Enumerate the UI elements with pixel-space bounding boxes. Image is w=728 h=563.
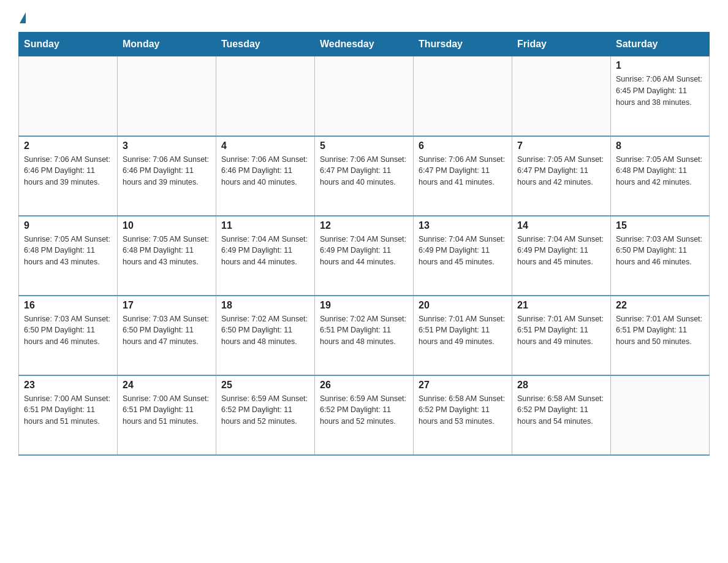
calendar-cell — [414, 56, 512, 136]
day-number: 10 — [123, 220, 211, 231]
calendar-week-row: 16Sunrise: 7:03 AM Sunset: 6:50 PM Dayli… — [19, 296, 710, 375]
day-info: Sunrise: 7:06 AM Sunset: 6:46 PM Dayligh… — [221, 154, 309, 188]
day-number: 15 — [616, 220, 704, 231]
calendar-cell: 13Sunrise: 7:04 AM Sunset: 6:49 PM Dayli… — [414, 216, 512, 296]
day-number: 20 — [419, 300, 507, 311]
calendar-cell: 10Sunrise: 7:05 AM Sunset: 6:48 PM Dayli… — [118, 216, 216, 296]
calendar-cell — [315, 56, 414, 136]
day-number: 14 — [517, 220, 605, 231]
calendar-cell: 21Sunrise: 7:01 AM Sunset: 6:51 PM Dayli… — [512, 296, 611, 375]
day-info: Sunrise: 7:04 AM Sunset: 6:49 PM Dayligh… — [320, 234, 408, 268]
calendar-cell: 12Sunrise: 7:04 AM Sunset: 6:49 PM Dayli… — [315, 216, 414, 296]
calendar-cell — [611, 375, 710, 455]
day-number: 27 — [419, 380, 507, 391]
calendar-week-row: 1Sunrise: 7:06 AM Sunset: 6:45 PM Daylig… — [19, 56, 710, 136]
day-number: 13 — [419, 220, 507, 231]
day-info: Sunrise: 7:05 AM Sunset: 6:47 PM Dayligh… — [517, 154, 605, 188]
calendar-cell: 17Sunrise: 7:03 AM Sunset: 6:50 PM Dayli… — [118, 296, 216, 375]
day-number: 26 — [320, 380, 408, 391]
day-info: Sunrise: 7:04 AM Sunset: 6:49 PM Dayligh… — [419, 234, 507, 268]
calendar-cell: 23Sunrise: 7:00 AM Sunset: 6:51 PM Dayli… — [19, 375, 118, 455]
calendar-cell: 5Sunrise: 7:06 AM Sunset: 6:47 PM Daylig… — [315, 136, 414, 216]
day-info: Sunrise: 7:06 AM Sunset: 6:47 PM Dayligh… — [419, 154, 507, 188]
calendar-cell: 22Sunrise: 7:01 AM Sunset: 6:51 PM Dayli… — [611, 296, 710, 375]
day-info: Sunrise: 6:59 AM Sunset: 6:52 PM Dayligh… — [221, 393, 309, 427]
day-info: Sunrise: 7:06 AM Sunset: 6:46 PM Dayligh… — [24, 154, 112, 188]
calendar-body: 1Sunrise: 7:06 AM Sunset: 6:45 PM Daylig… — [19, 56, 710, 455]
days-of-week-row: SundayMondayTuesdayWednesdayThursdayFrid… — [19, 33, 710, 56]
day-info: Sunrise: 7:06 AM Sunset: 6:47 PM Dayligh… — [320, 154, 408, 188]
calendar-cell: 8Sunrise: 7:05 AM Sunset: 6:48 PM Daylig… — [611, 136, 710, 216]
day-number: 7 — [517, 140, 605, 151]
calendar-cell: 25Sunrise: 6:59 AM Sunset: 6:52 PM Dayli… — [216, 375, 315, 455]
day-info: Sunrise: 7:03 AM Sunset: 6:50 PM Dayligh… — [123, 313, 211, 348]
calendar-cell: 26Sunrise: 6:59 AM Sunset: 6:52 PM Dayli… — [315, 375, 414, 455]
day-info: Sunrise: 7:06 AM Sunset: 6:45 PM Dayligh… — [616, 74, 704, 108]
calendar-cell: 9Sunrise: 7:05 AM Sunset: 6:48 PM Daylig… — [19, 216, 118, 296]
day-info: Sunrise: 7:02 AM Sunset: 6:50 PM Dayligh… — [221, 313, 309, 348]
day-number: 25 — [221, 380, 309, 391]
day-of-week-header: Monday — [118, 33, 216, 56]
calendar-week-row: 23Sunrise: 7:00 AM Sunset: 6:51 PM Dayli… — [19, 375, 710, 455]
day-info: Sunrise: 7:02 AM Sunset: 6:51 PM Dayligh… — [320, 313, 408, 348]
calendar-cell — [216, 56, 315, 136]
calendar-cell: 24Sunrise: 7:00 AM Sunset: 6:51 PM Dayli… — [118, 375, 216, 455]
day-of-week-header: Wednesday — [315, 33, 414, 56]
day-number: 4 — [221, 140, 309, 151]
day-of-week-header: Sunday — [19, 33, 118, 56]
calendar-week-row: 9Sunrise: 7:05 AM Sunset: 6:48 PM Daylig… — [19, 216, 710, 296]
calendar-week-row: 2Sunrise: 7:06 AM Sunset: 6:46 PM Daylig… — [19, 136, 710, 216]
day-of-week-header: Tuesday — [216, 33, 315, 56]
day-info: Sunrise: 7:01 AM Sunset: 6:51 PM Dayligh… — [419, 313, 507, 348]
day-number: 11 — [221, 220, 309, 231]
day-info: Sunrise: 7:03 AM Sunset: 6:50 PM Dayligh… — [24, 313, 112, 348]
day-info: Sunrise: 7:01 AM Sunset: 6:51 PM Dayligh… — [616, 313, 704, 348]
logo-triangle-icon — [20, 12, 26, 23]
calendar-cell: 4Sunrise: 7:06 AM Sunset: 6:46 PM Daylig… — [216, 136, 315, 216]
calendar-cell: 20Sunrise: 7:01 AM Sunset: 6:51 PM Dayli… — [414, 296, 512, 375]
calendar-cell: 7Sunrise: 7:05 AM Sunset: 6:47 PM Daylig… — [512, 136, 611, 216]
calendar-cell: 6Sunrise: 7:06 AM Sunset: 6:47 PM Daylig… — [414, 136, 512, 216]
calendar-cell: 1Sunrise: 7:06 AM Sunset: 6:45 PM Daylig… — [611, 56, 710, 136]
day-number: 16 — [24, 300, 112, 311]
day-number: 12 — [320, 220, 408, 231]
day-of-week-header: Friday — [512, 33, 611, 56]
day-number: 6 — [419, 140, 507, 151]
day-info: Sunrise: 7:06 AM Sunset: 6:46 PM Dayligh… — [123, 154, 211, 188]
day-info: Sunrise: 7:05 AM Sunset: 6:48 PM Dayligh… — [24, 234, 112, 268]
day-info: Sunrise: 7:05 AM Sunset: 6:48 PM Dayligh… — [123, 234, 211, 268]
calendar-cell: 27Sunrise: 6:58 AM Sunset: 6:52 PM Dayli… — [414, 375, 512, 455]
calendar-cell: 3Sunrise: 7:06 AM Sunset: 6:46 PM Daylig… — [118, 136, 216, 216]
day-number: 17 — [123, 300, 211, 311]
day-info: Sunrise: 7:00 AM Sunset: 6:51 PM Dayligh… — [123, 393, 211, 427]
calendar-cell: 14Sunrise: 7:04 AM Sunset: 6:49 PM Dayli… — [512, 216, 611, 296]
day-info: Sunrise: 7:01 AM Sunset: 6:51 PM Dayligh… — [517, 313, 605, 348]
logo — [18, 12, 26, 20]
day-info: Sunrise: 7:03 AM Sunset: 6:50 PM Dayligh… — [616, 234, 704, 268]
day-info: Sunrise: 6:59 AM Sunset: 6:52 PM Dayligh… — [320, 393, 408, 427]
calendar-cell — [19, 56, 118, 136]
page-header — [18, 12, 710, 20]
day-info: Sunrise: 7:04 AM Sunset: 6:49 PM Dayligh… — [221, 234, 309, 268]
day-number: 9 — [24, 220, 112, 231]
calendar-header: SundayMondayTuesdayWednesdayThursdayFrid… — [19, 33, 710, 56]
day-info: Sunrise: 7:00 AM Sunset: 6:51 PM Dayligh… — [24, 393, 112, 427]
day-number: 5 — [320, 140, 408, 151]
calendar-cell: 18Sunrise: 7:02 AM Sunset: 6:50 PM Dayli… — [216, 296, 315, 375]
day-info: Sunrise: 6:58 AM Sunset: 6:52 PM Dayligh… — [419, 393, 507, 427]
calendar-cell: 11Sunrise: 7:04 AM Sunset: 6:49 PM Dayli… — [216, 216, 315, 296]
day-number: 2 — [24, 140, 112, 151]
day-info: Sunrise: 7:04 AM Sunset: 6:49 PM Dayligh… — [517, 234, 605, 268]
day-number: 24 — [123, 380, 211, 391]
day-of-week-header: Thursday — [414, 33, 512, 56]
calendar-cell: 19Sunrise: 7:02 AM Sunset: 6:51 PM Dayli… — [315, 296, 414, 375]
day-of-week-header: Saturday — [611, 33, 710, 56]
calendar-cell: 16Sunrise: 7:03 AM Sunset: 6:50 PM Dayli… — [19, 296, 118, 375]
calendar-cell — [118, 56, 216, 136]
day-number: 23 — [24, 380, 112, 391]
day-number: 22 — [616, 300, 704, 311]
calendar-cell: 2Sunrise: 7:06 AM Sunset: 6:46 PM Daylig… — [19, 136, 118, 216]
day-info: Sunrise: 6:58 AM Sunset: 6:52 PM Dayligh… — [517, 393, 605, 427]
calendar-cell — [512, 56, 611, 136]
calendar-cell: 15Sunrise: 7:03 AM Sunset: 6:50 PM Dayli… — [611, 216, 710, 296]
